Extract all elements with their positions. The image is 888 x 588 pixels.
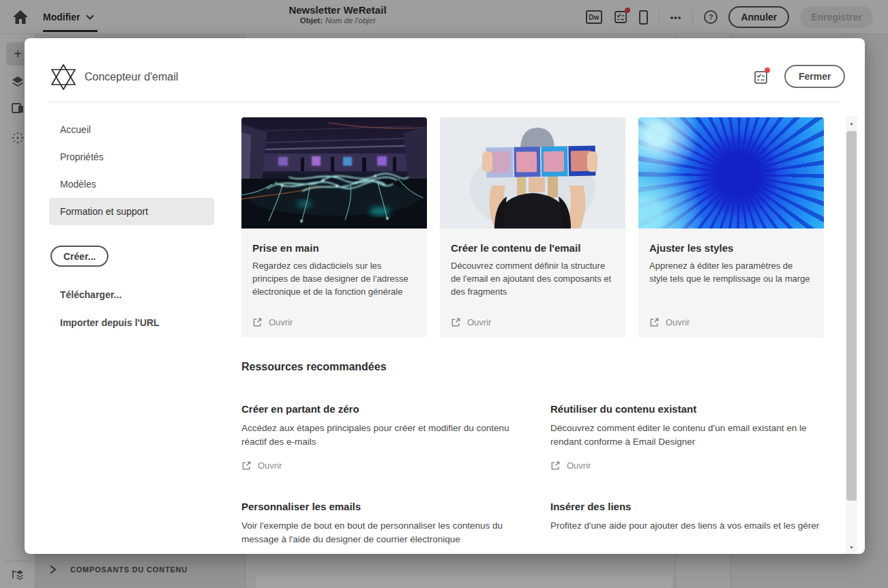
tutorial-cards: Prise en main Regardez ces didacticiels …: [241, 117, 824, 338]
open-in-icon: [241, 460, 252, 471]
open-link[interactable]: Ouvrir: [451, 317, 615, 327]
nav-item-accueil[interactable]: Accueil: [49, 116, 214, 143]
open-link[interactable]: Ouvrir: [649, 317, 813, 327]
open-link[interactable]: Ouvrir: [550, 460, 824, 471]
open-label: Ouvrir: [269, 317, 293, 327]
scroll-up-icon[interactable]: ▲: [846, 117, 857, 128]
open-label: Ouvrir: [666, 317, 690, 327]
resource-description: Profitez d'une aide pour ajouter des lie…: [550, 519, 824, 533]
dialog-title: Concepteur d'email: [85, 63, 178, 91]
resource-title: Réutiliser du contenu existant: [550, 403, 824, 415]
card-description: Apprenez à éditer les paramètres de styl…: [649, 260, 813, 286]
dialog-content: Prise en main Regardez ces didacticiels …: [241, 117, 824, 546]
resource-title: Personnaliser les emails: [241, 501, 515, 512]
resource-description: Voir l'exemple de bout en bout de person…: [241, 519, 515, 547]
header-divider: [49, 102, 840, 102]
card-body: Prise en main Regardez ces didacticiels …: [241, 229, 427, 338]
resource-creer-zero: Créer en partant de zéro Accédez aux éta…: [241, 403, 515, 471]
import-from-url-link[interactable]: Importer depuis l'URL: [60, 317, 160, 328]
nav-item-proprietes[interactable]: Propriétés: [49, 143, 214, 171]
card-image-light-painting: [241, 117, 427, 229]
scroll-down-icon[interactable]: ▼: [846, 542, 857, 553]
resource-reutiliser-contenu: Réutiliser du contenu existant Découvrez…: [550, 403, 824, 471]
open-label: Ouvrir: [567, 460, 591, 471]
open-label: Ouvrir: [467, 317, 491, 327]
card-description: Regardez ces didacticiels sur les princi…: [252, 260, 416, 299]
resource-description: Découvrez comment éditer le contenu d'un…: [550, 422, 824, 450]
scrollbar-thumb[interactable]: [846, 131, 857, 501]
card-prise-en-main: Prise en main Regardez ces didacticiels …: [241, 117, 427, 338]
open-label: Ouvrir: [258, 460, 282, 471]
card-title: Prise en main: [252, 242, 416, 254]
resource-inserer-liens: Insérer des liens Profitez d'une aide po…: [550, 501, 824, 547]
aem-star-logo: [49, 63, 78, 91]
open-link[interactable]: Ouvrir: [252, 317, 416, 327]
nav-item-formation-et-support[interactable]: Formation et support: [49, 198, 214, 225]
card-body: Ajuster les styles Apprenez à éditer les…: [638, 229, 824, 338]
download-link[interactable]: Télécharger...: [60, 289, 121, 300]
resource-title: Créer en partant de zéro: [241, 403, 515, 415]
nav-item-modeles[interactable]: Modèles: [49, 171, 214, 198]
card-description: Découvrez comment définir la structure d…: [451, 260, 615, 299]
card-title: Créer le contenu de l'email: [451, 242, 615, 254]
resources-heading: Ressources recommandées: [241, 361, 824, 373]
dialog-scrollbar[interactable]: ▲ ▼: [846, 116, 857, 554]
open-link[interactable]: Ouvrir: [241, 460, 515, 471]
resource-personnaliser-emails: Personnaliser les emails Voir l'exemple …: [241, 501, 515, 547]
dialog-nav: Accueil Propriétés Modèles Formation et …: [49, 116, 214, 225]
card-creer-contenu: Créer le contenu de l'email Découvrez co…: [440, 117, 625, 338]
resource-description: Accédez aux étapes principales pour crée…: [241, 422, 515, 450]
open-in-icon: [252, 317, 263, 327]
resource-title: Insérer des liens: [550, 501, 824, 512]
card-image-person-gradient-card: [440, 117, 625, 229]
dialog-tasks-button[interactable]: [753, 70, 768, 85]
app-screen: Modifier Newsletter WeRetail Objet:Nom d…: [0, 0, 888, 588]
card-title: Ajuster les styles: [649, 242, 813, 254]
open-in-icon: [451, 317, 461, 327]
notification-dot: [765, 68, 770, 73]
create-button[interactable]: Créer...: [50, 246, 108, 267]
card-body: Créer le contenu de l'email Découvrez co…: [440, 229, 625, 338]
resources-grid: Créer en partant de zéro Accédez aux éta…: [241, 403, 824, 546]
card-image-blue-ink: [638, 117, 824, 229]
email-designer-dialog: Concepteur d'email Fermer Accueil Propri…: [25, 38, 865, 554]
open-in-icon: [649, 317, 660, 327]
open-in-icon: [550, 460, 561, 471]
close-dialog-button[interactable]: Fermer: [784, 65, 845, 88]
card-ajuster-styles: Ajuster les styles Apprenez à éditer les…: [638, 117, 824, 338]
